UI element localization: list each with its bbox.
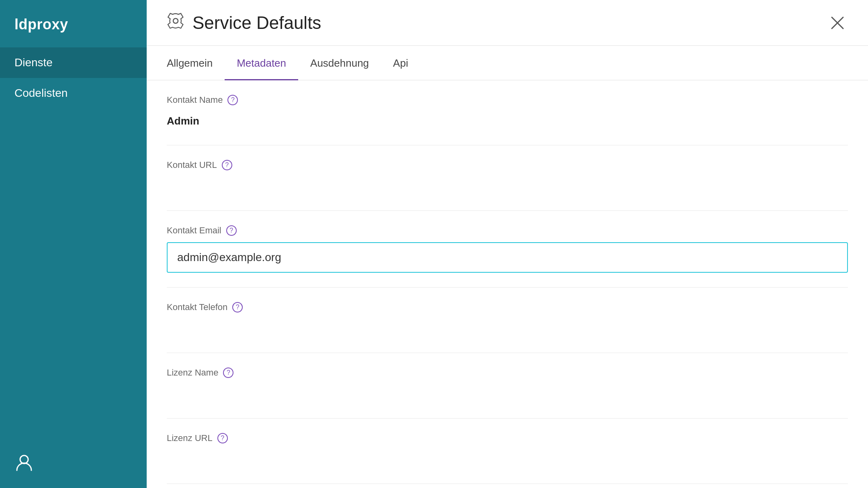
tabs-container: Allgemein Metadaten Ausdehnung Api [147,46,868,80]
field-value-kontakt-telefon [167,319,848,338]
sidebar-footer [0,438,147,488]
field-label-lizenz-name: Lizenz Name ? [167,368,848,378]
field-value-lizenz-url [167,450,848,469]
app-logo: ldproxy [0,0,147,47]
help-icon-kontakt-telefon[interactable]: ? [232,302,243,312]
field-label-lizenz-url: Lizenz URL ? [167,433,848,443]
field-label-kontakt-url: Kontakt URL ? [167,160,848,170]
field-value-kontakt-name: Admin [167,112,848,131]
sidebar-nav: Dienste Codelisten [0,47,147,438]
field-label-kontakt-name: Kontakt Name ? [167,95,848,105]
user-icon [14,453,34,472]
field-label-kontakt-telefon: Kontakt Telefon ? [167,302,848,312]
dialog-header: Service Defaults [147,0,868,46]
field-label-kontakt-email: Kontakt Email ? [167,225,848,236]
help-icon-kontakt-name[interactable]: ? [227,95,238,105]
field-kontakt-telefon: Kontakt Telefon ? [167,288,848,353]
form-content: Kontakt Name ? Admin Kontakt URL ? Konta… [147,80,868,488]
svg-point-0 [20,455,28,463]
field-kontakt-email: Kontakt Email ? [167,211,848,288]
field-schlusselworter: Schlüsselwörter ? [167,484,848,488]
tab-api[interactable]: Api [381,46,420,80]
tab-metadaten[interactable]: Metadaten [225,46,298,80]
sidebar: ldproxy Dienste Codelisten [0,0,147,488]
field-lizenz-url: Lizenz URL ? [167,419,848,484]
tab-ausdehnung[interactable]: Ausdehnung [298,46,381,80]
field-kontakt-name: Kontakt Name ? Admin [167,80,848,145]
close-button[interactable] [827,12,848,33]
sidebar-item-codelisten[interactable]: Codelisten [0,78,147,108]
field-value-lizenz-name [167,384,848,404]
field-value-kontakt-url [167,177,848,196]
kontakt-email-input[interactable] [167,242,848,273]
help-icon-kontakt-url[interactable]: ? [222,160,232,170]
sidebar-item-dienste[interactable]: Dienste [0,47,147,78]
settings-icon [167,12,184,33]
tab-allgemein[interactable]: Allgemein [167,46,225,80]
dialog-title: Service Defaults [192,13,819,33]
help-icon-lizenz-name[interactable]: ? [223,368,233,378]
field-lizenz-name: Lizenz Name ? [167,353,848,419]
help-icon-kontakt-email[interactable]: ? [226,225,237,236]
help-icon-lizenz-url[interactable]: ? [217,433,228,443]
field-kontakt-url: Kontakt URL ? [167,145,848,211]
main-content: Service Defaults Allgemein Metadaten Aus… [147,0,868,488]
